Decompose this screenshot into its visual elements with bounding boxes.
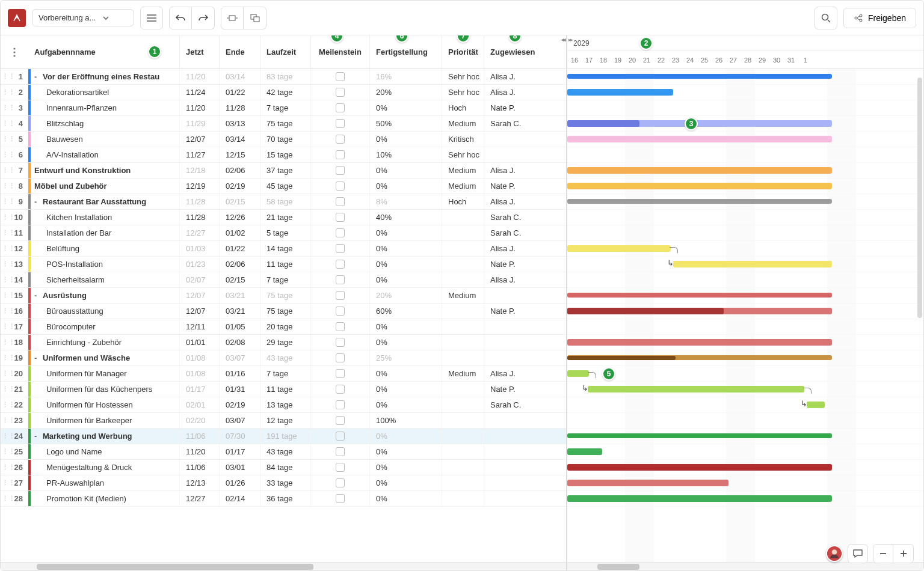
cell-fertig[interactable]: 0% — [370, 272, 442, 287]
table-row[interactable]: ⋮⋮5Bauwesen12/0703/1470 tage0%Kritisch — [1, 132, 566, 147]
drag-grip-icon[interactable]: ⋮⋮ — [2, 73, 15, 81]
cell-jetzt[interactable]: 11/06 — [180, 429, 220, 444]
cell-ende[interactable]: 03/01 — [220, 460, 260, 475]
task-name[interactable]: Bürocomputer — [31, 319, 180, 334]
task-name[interactable]: POS-Installation — [31, 257, 180, 272]
cell-laufzeit[interactable]: 43 tage — [260, 444, 311, 459]
table-row[interactable]: ⋮⋮3Innenraum-Pflanzen11/2011/287 tage0%H… — [1, 100, 566, 116]
redo-button[interactable] — [192, 7, 215, 29]
gantt-row[interactable] — [567, 319, 923, 335]
drag-grip-icon[interactable]: ⋮⋮ — [2, 166, 15, 174]
milestone-checkbox[interactable] — [336, 494, 345, 503]
task-name[interactable]: A/V-Installation — [31, 147, 180, 162]
gantt-row[interactable] — [567, 69, 923, 85]
cell-laufzeit[interactable]: 20 tage — [260, 319, 311, 334]
cell-laufzeit[interactable]: 7 tage — [260, 100, 311, 115]
cell-zugewiesen[interactable]: Alisa J. — [484, 163, 547, 178]
drag-grip-icon[interactable]: ⋮⋮ — [2, 307, 15, 315]
cell-laufzeit[interactable]: 58 tage — [260, 194, 311, 209]
cell-laufzeit[interactable]: 33 tage — [260, 475, 311, 490]
cell-zugewiesen[interactable]: Nate P. — [484, 382, 547, 397]
milestone-checkbox[interactable] — [336, 369, 345, 378]
cell-laufzeit[interactable]: 84 tage — [260, 460, 311, 475]
project-selector[interactable]: Vorbereitung a... — [32, 9, 134, 26]
cell-zugewiesen[interactable] — [484, 475, 547, 490]
milestone-checkbox[interactable] — [336, 150, 345, 159]
cell-prio[interactable]: Hoch — [442, 100, 484, 115]
cell-jetzt[interactable]: 02/20 — [180, 413, 220, 428]
cell-prio[interactable] — [442, 350, 484, 365]
gantt-bar[interactable] — [567, 495, 832, 502]
cell-fertig[interactable]: 0% — [370, 319, 442, 334]
cell-jetzt[interactable]: 01/03 — [180, 241, 220, 256]
cell-prio[interactable] — [442, 241, 484, 256]
table-row[interactable]: ⋮⋮11Installation der Bar12/2701/025 tage… — [1, 225, 566, 241]
task-name[interactable]: Innenraum-Pflanzen — [31, 100, 180, 115]
cell-fertig[interactable]: 0% — [370, 132, 442, 147]
col-header-fertig[interactable]: Fertigstellung 6 — [370, 35, 442, 69]
gantt-row[interactable] — [567, 272, 923, 288]
task-name[interactable]: Uniformen für das Küchenpers — [31, 382, 180, 397]
scroll-thumb[interactable] — [597, 564, 639, 570]
cell-jetzt[interactable]: 12/18 — [180, 163, 220, 178]
auto-schedule-button[interactable] — [221, 7, 244, 29]
cell-laufzeit[interactable]: 36 tage — [260, 491, 311, 506]
gantt-row[interactable] — [567, 491, 923, 507]
drag-grip-icon[interactable]: ⋮⋮ — [2, 479, 15, 487]
cell-laufzeit[interactable]: 75 tage — [260, 116, 311, 131]
drag-grip-icon[interactable]: ⋮⋮ — [2, 151, 15, 159]
task-name[interactable]: Uniformen für Manager — [31, 366, 180, 381]
milestone-checkbox[interactable] — [336, 119, 345, 128]
task-name[interactable]: -Marketing und Werbung — [31, 429, 180, 444]
cell-jetzt[interactable]: 12/11 — [180, 319, 220, 334]
cell-ende[interactable]: 02/06 — [220, 163, 260, 178]
drag-grip-icon[interactable]: ⋮⋮ — [2, 448, 15, 456]
zoom-out-button[interactable] — [873, 544, 893, 563]
cell-ende[interactable]: 03/07 — [220, 413, 260, 428]
drag-grip-icon[interactable]: ⋮⋮ — [2, 229, 15, 237]
cell-laufzeit[interactable]: 75 tage — [260, 288, 311, 303]
cell-zugewiesen[interactable]: Nate P. — [484, 257, 547, 272]
milestone-checkbox[interactable] — [336, 260, 345, 269]
gantt-bar[interactable] — [567, 448, 602, 455]
cell-fertig[interactable]: 0% — [370, 397, 442, 412]
drag-grip-icon[interactable]: ⋮⋮ — [2, 292, 15, 299]
drag-grip-icon[interactable]: ⋮⋮ — [2, 417, 15, 424]
milestone-checkbox[interactable] — [336, 103, 345, 112]
drag-grip-icon[interactable]: ⋮⋮ — [2, 463, 15, 471]
cell-prio[interactable] — [442, 382, 484, 397]
cell-fertig[interactable]: 0% — [370, 100, 442, 115]
cell-zugewiesen[interactable] — [484, 429, 547, 444]
milestone-checkbox[interactable] — [336, 182, 345, 191]
milestone-checkbox[interactable] — [336, 338, 345, 347]
cell-ende[interactable]: 03/13 — [220, 116, 260, 131]
search-button[interactable] — [815, 7, 837, 29]
table-row[interactable]: ⋮⋮26Menügestaltung & Druck11/0603/0184 t… — [1, 460, 566, 475]
table-row[interactable]: ⋮⋮14Sicherheitsalarm02/0702/157 tage0%Al… — [1, 272, 566, 288]
gantt-bar[interactable] — [807, 402, 825, 408]
cell-zugewiesen[interactable] — [484, 350, 547, 365]
gantt-row[interactable]: ↳ — [567, 382, 923, 397]
table-row[interactable]: ⋮⋮8Möbel und Zubehör12/1902/1945 tage0%M… — [1, 179, 566, 194]
cell-jetzt[interactable]: 11/06 — [180, 460, 220, 475]
cell-fertig[interactable]: 8% — [370, 194, 442, 209]
cell-prio[interactable] — [442, 491, 484, 506]
gantt-row[interactable] — [567, 179, 923, 194]
cell-fertig[interactable]: 0% — [370, 257, 442, 272]
cell-ende[interactable]: 02/19 — [220, 397, 260, 412]
cell-prio[interactable]: Sehr hoc — [442, 147, 484, 162]
cell-prio[interactable]: Kritisch — [442, 132, 484, 147]
cell-fertig[interactable]: 0% — [370, 366, 442, 381]
cell-ende[interactable]: 12/26 — [220, 210, 260, 225]
drag-grip-icon[interactable]: ⋮⋮ — [2, 260, 15, 268]
gantt-bar[interactable] — [673, 261, 832, 267]
milestone-checkbox[interactable] — [336, 463, 345, 472]
cell-prio[interactable] — [442, 257, 484, 272]
cell-fertig[interactable]: 16% — [370, 69, 442, 84]
cell-zugewiesen[interactable] — [484, 288, 547, 303]
cell-zugewiesen[interactable]: Sarah C. — [484, 210, 547, 225]
gantt-bar[interactable] — [567, 167, 832, 174]
cell-ende[interactable]: 02/14 — [220, 491, 260, 506]
cell-ende[interactable]: 03/14 — [220, 132, 260, 147]
gantt-bar[interactable] — [567, 245, 671, 252]
